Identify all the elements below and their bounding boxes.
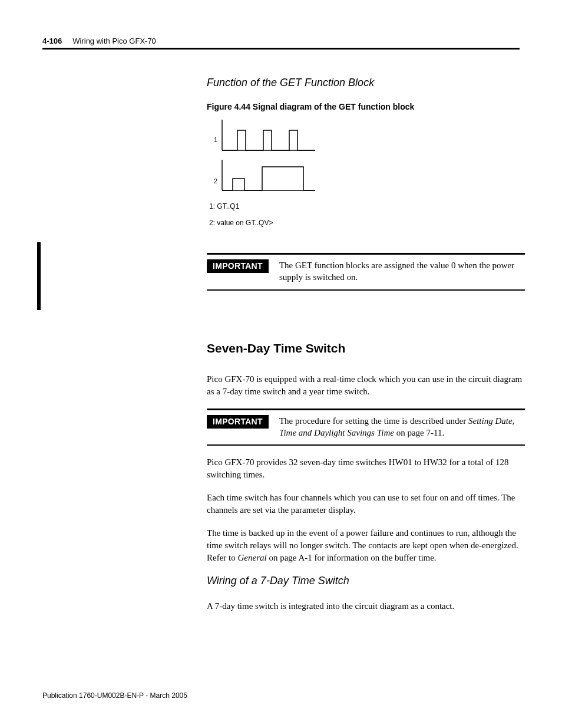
trace-label-2: 2 xyxy=(214,177,217,185)
change-bar xyxy=(37,242,41,310)
running-header: 4-106 Wiring with Pico GFX-70 xyxy=(42,37,520,50)
important-note-2: IMPORTANT The procedure for setting the … xyxy=(207,409,525,446)
page-number: 4-106 xyxy=(42,37,62,45)
p4-tail: on page A-1 for information on the buffe… xyxy=(267,553,437,562)
body-paragraph: A 7-day time switch is integrated into t… xyxy=(207,600,525,612)
subsection-heading: Wiring of a 7-Day Time Switch xyxy=(207,575,525,587)
figure-caption: Figure 4.44 Signal diagram of the GET fu… xyxy=(207,102,525,111)
trace-label-1: 1 xyxy=(214,136,217,143)
important-text: The GET function blocks are assigned the… xyxy=(279,259,525,284)
chapter-title: Wiring with Pico GFX-70 xyxy=(72,37,156,45)
subsection-heading: Function of the GET Function Block xyxy=(207,77,525,89)
signal-legend-2: 2: value on GT..QV> xyxy=(209,219,525,227)
important-tag: IMPORTANT xyxy=(207,259,269,273)
body-paragraph: Pico GFX-70 provides 32 seven-day time s… xyxy=(207,456,525,481)
important-tag: IMPORTANT xyxy=(207,415,269,429)
footer-publication: Publication 1760-UM002B-EN-P - March 200… xyxy=(42,691,187,700)
important-text: The procedure for setting the time is de… xyxy=(279,415,525,439)
important-note-1: IMPORTANT The GET function blocks are as… xyxy=(207,253,525,291)
body-paragraph: Each time switch has four channels which… xyxy=(207,492,525,516)
note-tail: on page 7-11. xyxy=(394,428,444,437)
body-paragraph: Pico GFX-70 is equipped with a real-time… xyxy=(207,373,525,398)
note-lead: The procedure for setting the time is de… xyxy=(279,416,468,426)
body-paragraph: The time is backed up in the event of a … xyxy=(207,527,525,564)
signal-legend-1: 1: GT..Q1 xyxy=(209,202,525,210)
section-heading: Seven-Day Time Switch xyxy=(207,341,525,355)
signal-diagram: 1 2 xyxy=(209,120,525,196)
p4-italic: General xyxy=(237,553,266,562)
